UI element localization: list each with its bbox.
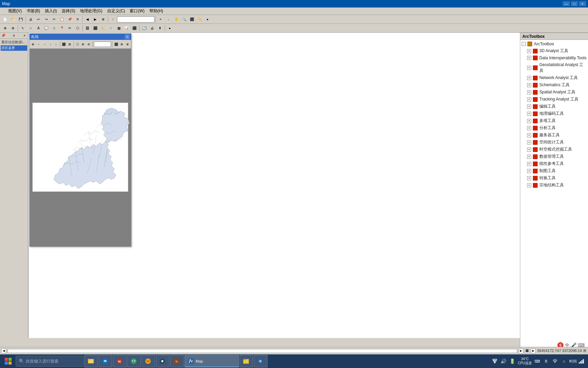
menu-window[interactable]: 窗口(W) [128,7,146,15]
menu-select[interactable]: 选择(S) [60,7,77,15]
minimize-button[interactable]: — [563,1,570,6]
layout-panel-header[interactable]: 布局 × [30,34,131,40]
expand-16[interactable]: + [527,169,531,173]
taskbar-map[interactable]: Map [184,355,239,367]
toolbox-item-12[interactable]: + 空间统计工具 [520,139,588,146]
layout-tb-btn13[interactable]: ⊕ [125,41,130,47]
expand-10[interactable]: + [527,126,531,130]
undo-button[interactable]: ↩ [35,16,42,23]
expand-18[interactable]: + [527,183,531,187]
nav-back-button[interactable]: ◀ [84,16,91,23]
layout-tb-btn1[interactable]: ⊕ [30,41,36,47]
tray-network-icon[interactable] [491,358,498,365]
tb2-nortarrow-button[interactable]: ↑ [107,25,115,32]
taskbar-wechat[interactable] [127,355,141,367]
toolbox-item-3[interactable]: + Network Analyst 工具 [520,74,588,81]
layout-tb-btn9[interactable]: ⊕ [81,41,86,47]
tray-bluetooth-icon[interactable]: B [543,358,550,365]
taskbar-search[interactable]: 🔍 此批键入进行搜索 [16,356,84,367]
zoom-to-full-button[interactable]: ⊕ [99,16,107,23]
layout-tb-btn5[interactable]: ↓ [53,41,59,47]
tb2-refresh-button[interactable]: 🔄 [141,25,148,32]
expand-4[interactable]: + [527,83,531,87]
arctoolbox-root-item[interactable]: - ArcToolbox [520,41,588,47]
toolbox-item-16[interactable]: + 制图工具 [520,167,588,174]
tb2-legend-button[interactable]: ⬛ [92,25,99,32]
tb2-text-button[interactable]: A [35,25,42,32]
toolbox-item-2[interactable]: + Geostatistical Analyst 工具 [520,61,588,74]
root-expand-icon[interactable]: - [522,42,526,46]
toolbox-item-13[interactable]: + 时空模式挖掘工具 [520,146,588,153]
toc-pin-button[interactable]: 📌 [1,33,6,39]
tray-volume-icon[interactable]: 🔊 [500,358,507,365]
close-button[interactable]: × [579,1,586,6]
new-map-button[interactable]: 📄 [1,16,9,23]
toc-item-2[interactable]: 庆区县界 [1,45,27,51]
toolbox-item-17[interactable]: + 转换工具 [520,174,588,182]
save-button[interactable]: 💾 [17,16,24,23]
toc-item-1[interactable]: 重庆信息数据\行政界 [1,40,27,45]
taskbar-explorer[interactable] [84,355,98,367]
zoom-arrow-button[interactable]: ↑ [109,16,117,23]
clock-display[interactable]: 时间 [569,359,577,364]
toolbox-item-8[interactable]: + 地理编码工具 [520,110,588,117]
tb2-btn1[interactable]: ⊕ [1,25,9,32]
tb2-export-button[interactable]: ⬆ [156,25,164,32]
menu-help[interactable]: 帮助(H) [147,7,165,15]
tb2-callout-button[interactable]: 💬 [43,25,50,32]
tray-more-icon[interactable]: ⌂ [560,358,567,365]
layout-tb-btn11[interactable]: ⬛ [113,41,119,47]
play-btn[interactable]: ▶ [531,349,536,353]
more-btn[interactable]: ▸ [204,16,211,23]
copy-button[interactable]: 📋 [58,16,66,23]
nav-forward-button[interactable]: ▶ [92,16,99,23]
maximize-button[interactable]: □ [571,1,578,6]
expand-2[interactable]: + [527,66,531,70]
expand-1[interactable]: + [527,56,531,60]
tray-keyboard-icon[interactable]: ⌨ [534,358,541,365]
tb2-edit-button[interactable]: ✏ [66,25,74,32]
layout-tb-btn10[interactable]: ⊖ [86,41,92,47]
expand-6[interactable]: + [527,97,531,102]
toolbox-item-7[interactable]: + 编辑工具 [520,103,588,110]
toolbox-item-5[interactable]: + Spatial Analyst 工具 [520,89,588,96]
menu-customize[interactable]: 自定义(C) [105,7,127,15]
layout-float-button[interactable]: × [125,34,130,39]
menu-view[interactable]: 视图(V) [6,7,24,15]
taskbar-wps[interactable]: W [113,355,127,367]
delete-button[interactable]: ✕ [74,16,81,23]
menu-file[interactable] [1,11,5,12]
select-by-rect-button[interactable]: ⬛ [188,16,196,23]
expand-8[interactable]: + [527,112,531,116]
tb2-rect-button[interactable]: □ [50,25,58,32]
pan-button[interactable]: ✋ [173,16,180,23]
tb2-more-button[interactable]: ▸ [166,25,174,32]
scroll-left-btn[interactable]: ◀ [1,349,6,353]
toolbox-item-14[interactable]: + 数据管理工具 [520,153,588,160]
zoom-out-button[interactable]: - [165,16,172,23]
layout-tb-btn6[interactable]: ⬛ [61,41,67,47]
taskbar-files[interactable] [240,355,253,367]
expand-7[interactable]: + [527,105,531,109]
expand-9[interactable]: + [527,119,531,123]
cut-button[interactable]: ✂ [50,16,58,23]
tb2-arrow-button[interactable]: ↖ [19,25,27,32]
tb2-obj-button[interactable]: ⬛ [131,25,138,32]
scale-input[interactable]: 1:2,077,113 [117,16,154,22]
scroll-right-btn[interactable]: ▶ [519,349,523,353]
layout-tb-btn3[interactable]: → [42,41,47,47]
taskbar-steam[interactable] [156,355,169,367]
tray-battery-icon[interactable]: 🔋 [509,358,516,365]
tb2-pic-button[interactable]: 🖼 [84,25,91,32]
redo-button[interactable]: ↪ [43,16,50,23]
toolbox-item-15[interactable]: + 线性参考工具 [520,160,588,167]
expand-15[interactable]: + [527,162,531,166]
layout-tb-btn12[interactable]: ⊕ [119,41,125,47]
expand-0[interactable]: + [527,49,531,53]
expand-3[interactable]: + [527,76,531,80]
toolbox-item-10[interactable]: + 分析工具 [520,124,588,132]
taskbar-app6[interactable]: N [170,355,184,367]
tb2-node-button[interactable]: ⬡ [74,25,81,32]
taskbar-browser[interactable] [142,355,155,367]
toolbox-item-4[interactable]: + Schematics 工具 [520,81,588,89]
